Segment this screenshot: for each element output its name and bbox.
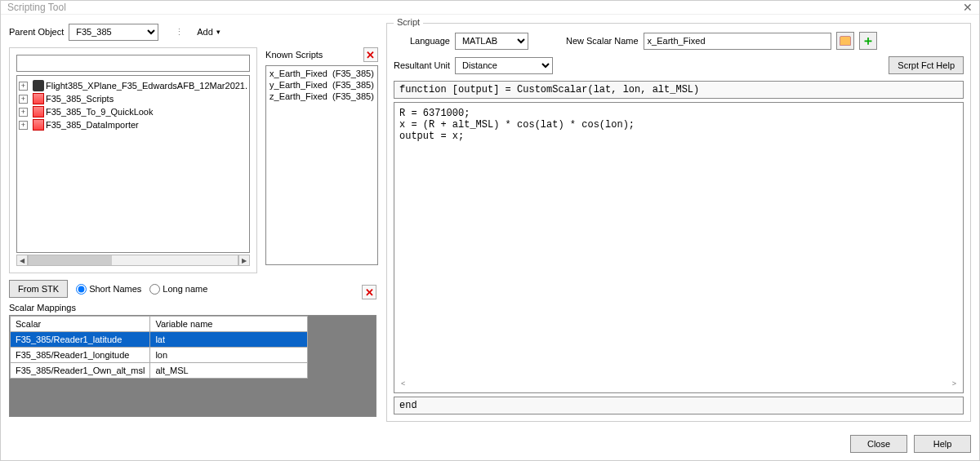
footer: Close Help xyxy=(1,430,979,461)
short-names-radio[interactable]: Short Names xyxy=(76,284,141,295)
window-title: Scripting Tool xyxy=(7,2,66,13)
tree-filter-input[interactable] xyxy=(16,55,250,72)
add-button[interactable]: Add xyxy=(189,23,229,41)
left-column: Parent Object F35_385 ⋮ Add + Flight385_… xyxy=(9,23,376,422)
help-button[interactable]: Help xyxy=(914,435,971,453)
expand-icon[interactable]: + xyxy=(19,121,28,130)
tree-known-row: + Flight385_XPlane_F35_EdwardsAFB_12Mar2… xyxy=(9,47,376,273)
titlebar: Scripting Tool ✕ xyxy=(1,1,979,15)
tree-item-label: Flight385_XPlane_F35_EdwardsAFB_12Mar202… xyxy=(46,81,247,91)
scalar-mappings-table[interactable]: Scalar Variable name F35_385/Reader1_lat… xyxy=(10,316,308,379)
script-fields-row1: Language MATLAB New Scalar Name ＋ xyxy=(394,32,964,50)
known-script-item[interactable]: y_Earth_Fixed (F35_385) xyxy=(268,79,376,91)
scroll-right-icon[interactable]: ▶ xyxy=(238,255,250,266)
editor-hscroll[interactable]: < > xyxy=(398,379,960,389)
tree-item-label: F35_385_To_9_QuickLook xyxy=(46,107,153,117)
tree-item[interactable]: + F35_385_Scripts xyxy=(19,92,247,105)
tree-item[interactable]: + F35_385_DataImporter xyxy=(19,118,247,131)
document-icon xyxy=(33,119,44,131)
delete-mapping-icon[interactable]: ✕ xyxy=(362,285,376,299)
resultant-unit-select[interactable]: Distance xyxy=(455,57,553,74)
mapping-table-wrap: Scalar Variable name F35_385/Reader1_lat… xyxy=(9,315,376,417)
tree-item[interactable]: + F35_385_To_9_QuickLook xyxy=(19,105,247,118)
known-scripts-list[interactable]: x_Earth_Fixed (F35_385) y_Earth_Fixed (F… xyxy=(265,65,378,265)
tree-hscroll[interactable]: ◀ ▶ xyxy=(16,255,250,266)
close-icon[interactable]: ✕ xyxy=(963,1,973,14)
document-icon xyxy=(33,106,44,117)
table-header-row: Scalar Variable name xyxy=(11,317,308,332)
tree-options-row: From STK Short Names Long name xyxy=(9,280,376,298)
function-end: end xyxy=(394,397,964,414)
code-box: R = 6371000; x = (R + alt_MSL) * cos(lat… xyxy=(394,102,964,393)
folder-icon xyxy=(840,36,851,46)
table-row[interactable]: F35_385/Reader1_longitudelon xyxy=(11,348,308,363)
tree-item-label: F35_385_Scripts xyxy=(46,94,114,104)
add-scalar-button[interactable]: ＋ xyxy=(859,32,877,50)
close-button[interactable]: Close xyxy=(850,435,907,453)
object-tree[interactable]: + Flight385_XPlane_F35_EdwardsAFB_12Mar2… xyxy=(16,75,250,253)
tree-panel: + Flight385_XPlane_F35_EdwardsAFB_12Mar2… xyxy=(9,47,257,273)
document-icon xyxy=(33,93,44,104)
script-group: Script Language MATLAB New Scalar Name ＋… xyxy=(386,23,971,422)
separator: ⋮ xyxy=(175,27,184,38)
language-label: Language xyxy=(410,36,450,46)
parent-row: Parent Object F35_385 ⋮ Add xyxy=(9,23,376,41)
table-row[interactable]: F35_385/Reader1_latitudelat xyxy=(11,332,308,348)
col-scalar: Scalar xyxy=(11,317,150,332)
delete-known-icon[interactable]: ✕ xyxy=(363,47,378,62)
aircraft-icon xyxy=(33,80,44,91)
plus-icon: ＋ xyxy=(862,33,875,50)
scalar-mappings-label: Scalar Mappings xyxy=(9,303,376,313)
scroll-right-icon[interactable]: > xyxy=(949,379,960,389)
scroll-left-icon[interactable]: ◀ xyxy=(16,255,28,266)
scroll-thumb[interactable] xyxy=(29,255,112,265)
known-scripts-panel: Known Scripts ✕ x_Earth_Fixed (F35_385) … xyxy=(265,47,378,273)
tree-item-label: F35_385_DataImporter xyxy=(46,120,139,130)
tree-item[interactable]: + Flight385_XPlane_F35_EdwardsAFB_12Mar2… xyxy=(19,79,247,92)
long-name-radio[interactable]: Long name xyxy=(149,284,207,295)
known-header: Known Scripts ✕ xyxy=(265,47,378,62)
expand-icon[interactable]: + xyxy=(19,108,28,117)
script-group-title: Script xyxy=(394,17,423,27)
scripting-tool-window: Scripting Tool ✕ Parent Object F35_385 ⋮… xyxy=(0,0,980,461)
known-script-item[interactable]: x_Earth_Fixed (F35_385) xyxy=(268,68,376,79)
script-fields-row2: Resultant Unit Distance Scrpt Fct Help xyxy=(394,56,964,74)
new-scalar-name-label: New Scalar Name xyxy=(566,36,639,46)
resultant-unit-label: Resultant Unit xyxy=(394,60,450,70)
content: Parent Object F35_385 ⋮ Add + Flight385_… xyxy=(1,15,979,430)
script-fct-help-button[interactable]: Scrpt Fct Help xyxy=(889,56,964,74)
parent-object-select[interactable]: F35_385 xyxy=(69,24,158,41)
right-column: Script Language MATLAB New Scalar Name ＋… xyxy=(386,23,971,422)
table-row[interactable]: F35_385/Reader1_Own_alt_mslalt_MSL xyxy=(11,363,308,379)
col-variable: Variable name xyxy=(150,317,308,332)
expand-icon[interactable]: + xyxy=(19,95,28,104)
function-declaration: function [output] = CustomScalar(lat, lo… xyxy=(394,81,964,99)
scroll-track[interactable] xyxy=(28,255,238,266)
new-scalar-name-input[interactable] xyxy=(644,33,831,50)
scalar-mappings-section: ✕ Scalar Mappings Scalar Variable name F… xyxy=(9,303,376,417)
scroll-left-icon[interactable]: < xyxy=(398,379,408,389)
expand-icon[interactable]: + xyxy=(19,82,28,91)
language-select[interactable]: MATLAB xyxy=(455,33,528,50)
known-scripts-label: Known Scripts xyxy=(265,50,323,60)
browse-button[interactable] xyxy=(836,32,854,50)
known-script-item[interactable]: z_Earth_Fixed (F35_385) xyxy=(268,91,376,102)
script-editor[interactable]: R = 6371000; x = (R + alt_MSL) * cos(lat… xyxy=(398,106,960,379)
from-stk-button[interactable]: From STK xyxy=(9,280,68,298)
parent-object-label: Parent Object xyxy=(9,27,64,37)
